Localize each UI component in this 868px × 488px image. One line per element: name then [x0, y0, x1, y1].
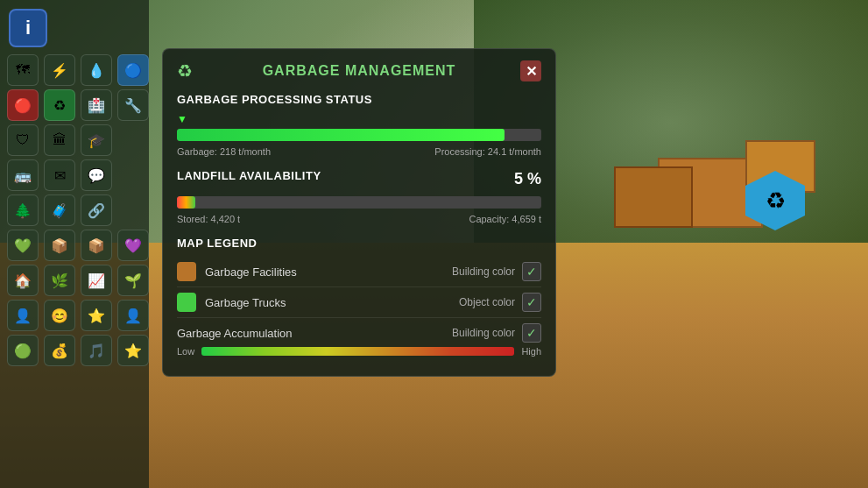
- accumulation-checkbox[interactable]: ✓: [522, 323, 541, 343]
- sidebar-icon-education[interactable]: 🎓: [81, 124, 112, 156]
- legend-trucks-right: Object color ✓: [459, 293, 541, 312]
- sidebar-row-7: 🏠 🌿 📈 🌱: [7, 265, 142, 296]
- sidebar-row-9: 🟢 💰 🎵 ⭐: [7, 335, 142, 366]
- sidebar-row-2: 🔴 ♻ 🏥 🔧: [7, 89, 142, 121]
- facilities-label: Garbage Facilities: [205, 265, 297, 279]
- sidebar-icon-map[interactable]: 🗺: [7, 54, 39, 86]
- processing-section: GARBAGE PROCESSING STATUS ▼ Garbage: 218…: [177, 93, 541, 157]
- sidebar-row-4: 🚌 ✉ 💬: [7, 159, 142, 191]
- accumulation-label: Garbage Accumulation: [177, 327, 293, 340]
- sidebar-icon-chat[interactable]: 💬: [81, 159, 112, 191]
- processing-bar-fill: [177, 129, 505, 141]
- processing-title: GARBAGE PROCESSING STATUS: [177, 93, 541, 106]
- sidebar-icon-coin[interactable]: 💰: [44, 335, 75, 366]
- stored-label: Stored: 4,420 t: [177, 214, 240, 224]
- sidebar-icon-music[interactable]: 🎵: [81, 335, 112, 366]
- accumulation-gradient-bar: [201, 347, 514, 356]
- sidebar-icon-purple[interactable]: 💜: [117, 230, 149, 261]
- accumulation-top-row: Garbage Accumulation Building color ✓: [177, 323, 541, 343]
- legend-facilities-left: Garbage Facilities: [177, 262, 297, 281]
- legend-facilities-right: Building color ✓: [452, 262, 541, 281]
- sidebar-icon-box2[interactable]: 📦: [81, 230, 112, 261]
- sidebar-icon-government[interactable]: 🏛: [44, 124, 75, 156]
- sidebar-icon-achievement[interactable]: ⭐: [117, 335, 149, 366]
- legend-item-trucks: Garbage Trucks Object color ✓: [177, 287, 541, 318]
- building-3: [614, 166, 693, 228]
- accumulation-color-type: Building color: [452, 327, 515, 339]
- landfill-header: LANDFILL AVAILABILITY 5 %: [177, 169, 541, 189]
- sidebar-row-5: 🌲 🧳 🔗: [7, 194, 142, 226]
- sidebar-icon-tools[interactable]: 🔧: [117, 89, 149, 121]
- sidebar-row-1: 🗺 ⚡ 💧 🔵: [7, 54, 142, 86]
- panel-header: ♻ GARBAGE MANAGEMENT ✕: [177, 63, 541, 79]
- sidebar-icon-circle[interactable]: 🔵: [117, 54, 149, 86]
- trucks-checkbox[interactable]: ✓: [522, 293, 541, 312]
- sidebar: 🗺 ⚡ 💧 🔵 🔴 ♻ 🏥 🔧 🛡 🏛 🎓 🚌 ✉ 💬 🌲 🧳 🔗 💚 📦 📦 …: [0, 0, 149, 488]
- sidebar-icon-frog[interactable]: 🟢: [7, 335, 39, 366]
- sidebar-icon-fire[interactable]: 🔴: [7, 89, 39, 121]
- sidebar-icon-transport[interactable]: 🚌: [7, 159, 39, 191]
- trucks-color-swatch: [177, 293, 196, 312]
- landfill-percent: 5 %: [514, 170, 541, 188]
- processing-labels: Garbage: 218 t/month Processing: 24.1 t/…: [177, 146, 541, 157]
- sidebar-icon-box1[interactable]: 📦: [44, 230, 75, 261]
- sidebar-icon-water[interactable]: 💧: [81, 54, 112, 86]
- sidebar-icon-nature[interactable]: 🌲: [7, 194, 39, 226]
- sidebar-icon-person2[interactable]: 👤: [117, 300, 149, 331]
- sidebar-icon-star[interactable]: ⭐: [81, 300, 112, 331]
- sidebar-icon-chart[interactable]: 📈: [81, 265, 112, 296]
- facilities-color-swatch: [177, 262, 196, 281]
- capacity-label: Capacity: 4,659 t: [469, 214, 541, 224]
- landfill-bar-fill: [177, 196, 195, 209]
- garbage-amount-label: Garbage: 218 t/month: [177, 146, 271, 157]
- landfill-bar: [177, 196, 541, 209]
- legend-item-facilities: Garbage Facilities Building color ✓: [177, 257, 541, 287]
- legend-item-accumulation: Garbage Accumulation Building color ✓ Lo…: [177, 318, 541, 362]
- sidebar-icon-happy[interactable]: 😊: [44, 300, 75, 331]
- sidebar-row-6: 💚 📦 📦 💜: [7, 230, 142, 261]
- trucks-label: Garbage Trucks: [205, 296, 286, 309]
- sidebar-icon-green-money[interactable]: 💚: [7, 230, 39, 261]
- arrow-down-icon: ▼: [177, 113, 187, 125]
- info-label: i: [25, 17, 31, 39]
- panel-title: GARBAGE MANAGEMENT: [263, 63, 456, 79]
- garbage-management-panel: ♻ GARBAGE MANAGEMENT ✕ GARBAGE PROCESSIN…: [162, 48, 556, 377]
- sidebar-row-8: 👤 😊 ⭐ 👤: [7, 300, 142, 331]
- facilities-checkbox[interactable]: ✓: [522, 262, 541, 281]
- sidebar-icon-person1[interactable]: 👤: [7, 300, 39, 331]
- sidebar-icon-police[interactable]: 🛡: [7, 124, 39, 156]
- sidebar-icon-home[interactable]: 🏠: [7, 265, 39, 296]
- panel-recycle-icon: ♻: [177, 60, 193, 81]
- sidebar-icon-mail[interactable]: ✉: [44, 159, 75, 191]
- facilities-color-type: Building color: [452, 265, 515, 278]
- landfill-labels: Stored: 4,420 t Capacity: 4,659 t: [177, 214, 541, 224]
- sidebar-icon-seedling[interactable]: 🌱: [117, 265, 149, 296]
- sidebar-row-3: 🛡 🏛 🎓: [7, 124, 142, 156]
- legend-trucks-left: Garbage Trucks: [177, 293, 286, 312]
- landfill-section: LANDFILL AVAILABILITY 5 % Stored: 4,420 …: [177, 169, 541, 224]
- panel-close-button[interactable]: ✕: [520, 60, 541, 81]
- sidebar-icon-electricity[interactable]: ⚡: [44, 54, 75, 86]
- sidebar-icon-leaf[interactable]: 🌿: [44, 265, 75, 296]
- sidebar-icon-recycle[interactable]: ♻: [44, 89, 75, 121]
- accumulation-high-label: High: [521, 346, 541, 357]
- legend-accumulation-right: Building color ✓: [452, 323, 541, 343]
- map-legend-section: MAP LEGEND Garbage Facilities Building c…: [177, 237, 541, 362]
- landfill-title: LANDFILL AVAILABILITY: [177, 169, 321, 182]
- recycling-hex-icon[interactable]: ♻: [745, 171, 805, 230]
- processing-bar: [177, 129, 541, 141]
- sidebar-icon-link[interactable]: 🔗: [81, 194, 112, 226]
- processing-amount-label: Processing: 24.1 t/month: [434, 146, 541, 157]
- info-button[interactable]: i: [9, 9, 47, 47]
- accumulation-gradient-row: Low High: [177, 346, 541, 357]
- map-legend-title: MAP LEGEND: [177, 237, 541, 250]
- sidebar-icon-health[interactable]: 🏥: [81, 89, 112, 121]
- trucks-color-type: Object color: [459, 296, 515, 308]
- accumulation-low-label: Low: [177, 346, 194, 357]
- sidebar-icon-tourism[interactable]: 🧳: [44, 194, 75, 226]
